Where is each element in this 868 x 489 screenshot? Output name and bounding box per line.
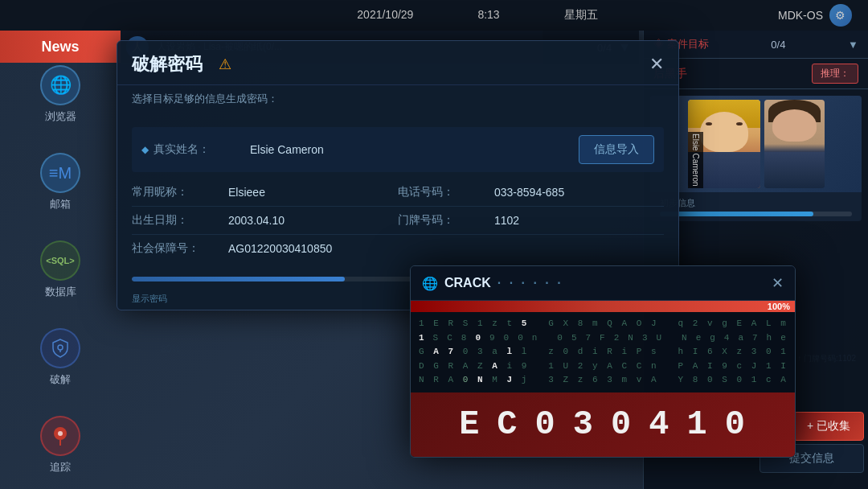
matrix-char [542,373,547,388]
door-label: 门牌号码： [398,213,494,228]
matrix-char: Q [607,317,613,331]
matrix-char: X [563,317,570,331]
sidebar-item-browser[interactable]: 🌐 浏览器 [40,65,80,124]
close-crack-button[interactable]: ✕ [772,274,784,292]
collected-button[interactable]: + 已收集 [793,412,864,441]
matrix-char: 0 [563,345,570,360]
reason-button[interactable]: 推理： [812,64,858,84]
matrix-char: 0 [463,373,469,388]
info-section-name: ◆ 真实姓名： Elsie Cameron 信息导入 常用昵称： Elsieee… [117,113,678,270]
matrix-char [601,360,605,374]
matrix-char: z [492,317,498,331]
sidebar-database-label: 数据库 [45,285,76,299]
nickname-row: 常用昵称： Elsieee 电话号码： 033-8594-685 [132,179,664,207]
matrix-char [630,360,634,374]
matrix-char: C [637,360,643,374]
matrix-char [428,317,432,331]
database-icon: <SQL> [40,240,80,281]
status-bar: 2021/10/29 8:13 星期五 MDK-OS ⚙ [0,0,868,31]
matrix-char [701,373,705,388]
matrix-char: a [492,345,498,360]
matrix-char [660,317,664,331]
system-icon: ⚙ [829,4,852,27]
sidebar-item-crack[interactable]: 破解 [40,328,80,387]
matrix-char [616,317,620,331]
matrix-row: N R A 0 N M J j 3 Z z 6 3 m v A Y 8 0 S … [419,373,787,388]
matrix-char [557,360,561,374]
matrix-char [660,345,664,360]
matrix-char: a [738,331,744,346]
matrix-char [501,360,505,374]
result-char: 0 [535,405,557,444]
result-char: 4 [649,405,670,444]
matrix-char: d [578,345,584,360]
sidebar-track-label: 追踪 [50,460,71,475]
matrix-char [616,360,620,374]
matrix-char: E [433,317,440,331]
crack-result: EC030410 [411,392,795,457]
matrix-char [469,331,473,346]
sidebar-item-database[interactable]: <SQL> 数据库 [40,240,80,299]
result-char: E [459,405,481,444]
matrix-char: A [651,373,657,388]
browser-icon: 🌐 [40,65,80,105]
matrix-char: N [477,373,484,388]
matrix-char: 0 [707,373,714,388]
matrix-char [540,331,543,346]
matrix-char [672,360,676,374]
matrix-char [670,331,674,346]
matrix-char [546,331,549,346]
matrix-char: R [448,317,455,331]
matrix-char: G [433,360,440,374]
matrix-char: m [780,317,787,331]
matrix-char: A [433,345,440,360]
phone-label: 电话号码： [398,185,494,199]
matrix-char [716,373,720,388]
matrix-char [486,373,490,388]
matrix-char: 7 [752,331,759,346]
matrix-char: 3 [477,345,484,360]
matrix-char [731,360,735,374]
matrix-char [630,345,634,360]
matrix-char: S [463,317,469,331]
matrix-char [601,317,605,331]
news-bar[interactable]: News [0,31,121,63]
matrix-char [731,345,735,360]
sidebar-browser-label: 浏览器 [45,109,76,124]
matrix-char [457,360,461,374]
matrix-char [486,317,490,331]
matrix-char [719,331,722,346]
matrix-char [457,373,461,388]
matrix-char [428,345,432,360]
matrix-char [731,317,735,331]
crack-title: 🌐 CRACK · · · · · · [422,276,563,291]
crack-overlay: 🌐 CRACK · · · · · · ✕ 100% 1 E R S 1 z t… [410,265,796,458]
matrix-char [690,331,694,346]
import-button[interactable]: 信息导入 [579,135,654,164]
shield-svg [50,338,71,359]
matrix-char [530,360,534,374]
matrix-char: h [767,331,773,346]
matrix-char [442,360,446,374]
matrix-char: h [678,345,685,360]
sidebar-item-track[interactable]: 追踪 [40,416,80,475]
result-char: 0 [611,405,633,444]
matrix-char: 3 [548,373,555,388]
crack-progress-bar: 100% [411,301,795,312]
matrix-char: C [622,360,628,374]
warning-icon: ⚠ [219,55,231,73]
crack-dialog-header: 破解密码 ⚠ ✕ [117,41,678,85]
matrix-char: 3 [751,345,758,360]
matrix-char [557,345,561,360]
matrix-char [512,331,515,346]
matrix-char [530,317,534,331]
matrix-char: O [637,317,643,331]
expand-icon[interactable]: ▼ [848,39,858,51]
matrix-char [601,345,605,360]
matrix-char: D [419,360,425,374]
diamond-icon: ◆ [141,144,149,155]
sidebar-item-mail[interactable]: ≡M 邮箱 [40,153,80,212]
close-dialog-button[interactable]: ✕ [649,54,664,75]
matrix-char: E [737,317,743,331]
matrix-char [672,317,676,331]
